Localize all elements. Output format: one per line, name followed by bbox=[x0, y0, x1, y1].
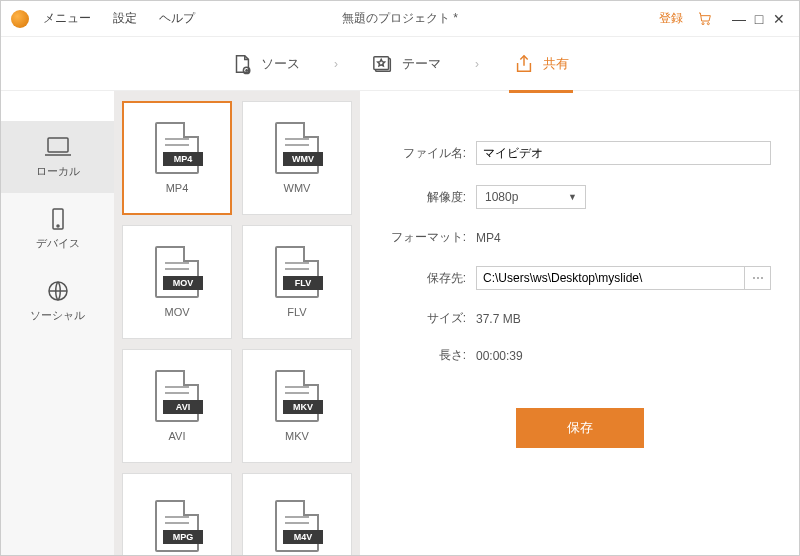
format-card-mkv[interactable]: MKVMKV bbox=[242, 349, 352, 463]
format-badge: MKV bbox=[283, 400, 323, 414]
menu-menu[interactable]: メニュー bbox=[43, 10, 91, 27]
format-label: MKV bbox=[285, 430, 309, 442]
menu-settings[interactable]: 設定 bbox=[113, 10, 137, 27]
sidebar-item-social[interactable]: ソーシャル bbox=[1, 265, 114, 337]
format-badge: AVI bbox=[163, 400, 203, 414]
theme-icon bbox=[372, 53, 394, 75]
step-tabs: ソース › テーマ › 共有 bbox=[1, 37, 799, 91]
savepath-label: 保存先: bbox=[388, 270, 466, 287]
cart-icon[interactable] bbox=[697, 11, 713, 27]
svg-point-0 bbox=[702, 22, 704, 24]
source-icon bbox=[231, 53, 253, 75]
format-value: MP4 bbox=[476, 231, 501, 245]
svg-point-1 bbox=[707, 22, 709, 24]
format-card-m4v[interactable]: M4V bbox=[242, 473, 352, 556]
device-icon bbox=[44, 208, 72, 230]
sidebar-item-device[interactable]: デバイス bbox=[1, 193, 114, 265]
format-label: FLV bbox=[287, 306, 306, 318]
length-label: 長さ: bbox=[388, 347, 466, 364]
laptop-icon bbox=[44, 136, 72, 158]
tab-share[interactable]: 共有 bbox=[509, 53, 573, 75]
size-value: 37.7 MB bbox=[476, 312, 521, 326]
file-icon: MOV bbox=[155, 246, 199, 298]
resolution-value: 1080p bbox=[485, 190, 518, 204]
tab-source[interactable]: ソース bbox=[227, 53, 304, 75]
sidebar-blank bbox=[1, 91, 114, 121]
format-card-wmv[interactable]: WMVWMV bbox=[242, 101, 352, 215]
filename-label: ファイル名: bbox=[388, 145, 466, 162]
chevron-down-icon: ▼ bbox=[568, 192, 577, 202]
share-icon bbox=[513, 53, 535, 75]
app-icon bbox=[11, 10, 29, 28]
menu-help[interactable]: ヘルプ bbox=[159, 10, 195, 27]
format-card-mp4[interactable]: MP4MP4 bbox=[122, 101, 232, 215]
sidebar-local-label: ローカル bbox=[36, 164, 80, 179]
format-badge: FLV bbox=[283, 276, 323, 290]
file-icon: FLV bbox=[275, 246, 319, 298]
register-link[interactable]: 登録 bbox=[659, 10, 683, 27]
sidebar-social-label: ソーシャル bbox=[30, 308, 85, 323]
chevron-right-icon: › bbox=[334, 57, 338, 71]
minimize-button[interactable]: — bbox=[729, 11, 749, 27]
maximize-button[interactable]: □ bbox=[749, 11, 769, 27]
format-badge: M4V bbox=[283, 530, 323, 544]
format-badge: WMV bbox=[283, 152, 323, 166]
svg-rect-6 bbox=[53, 209, 63, 229]
size-label: サイズ: bbox=[388, 310, 466, 327]
length-value: 00:00:39 bbox=[476, 349, 523, 363]
format-label: MP4 bbox=[166, 182, 189, 194]
format-grid[interactable]: MP4MP4WMVWMVMOVMOVFLVFLVAVIAVIMKVMKVMPGM… bbox=[114, 91, 360, 556]
close-button[interactable]: ✕ bbox=[769, 11, 789, 27]
svg-rect-5 bbox=[48, 138, 68, 152]
window-title: 無題のプロジェクト * bbox=[342, 10, 458, 27]
format-label: フォーマット: bbox=[388, 229, 466, 246]
file-icon: M4V bbox=[275, 500, 319, 552]
tab-theme-label: テーマ bbox=[402, 55, 441, 73]
file-icon: WMV bbox=[275, 122, 319, 174]
chevron-right-icon: › bbox=[475, 57, 479, 71]
format-label: AVI bbox=[169, 430, 186, 442]
file-icon: MPG bbox=[155, 500, 199, 552]
tab-source-label: ソース bbox=[261, 55, 300, 73]
tab-share-label: 共有 bbox=[543, 55, 569, 73]
main-area: ローカル デバイス ソーシャル MP4MP4WMVWMVMOVMOVFLVFLV… bbox=[1, 91, 799, 556]
browse-button[interactable]: ⋯ bbox=[745, 266, 771, 290]
file-icon: MKV bbox=[275, 370, 319, 422]
titlebar: メニュー 設定 ヘルプ 無題のプロジェクト * 登録 — □ ✕ bbox=[1, 1, 799, 37]
sidebar-device-label: デバイス bbox=[36, 236, 80, 251]
format-badge: MPG bbox=[163, 530, 203, 544]
save-button[interactable]: 保存 bbox=[516, 408, 644, 448]
format-card-mpg[interactable]: MPG bbox=[122, 473, 232, 556]
format-badge: MOV bbox=[163, 276, 203, 290]
format-badge: MP4 bbox=[163, 152, 203, 166]
globe-icon bbox=[44, 280, 72, 302]
tab-theme[interactable]: テーマ bbox=[368, 53, 445, 75]
savepath-input[interactable] bbox=[476, 266, 745, 290]
format-card-avi[interactable]: AVIAVI bbox=[122, 349, 232, 463]
export-panel: ファイル名: 解像度: 1080p ▼ フォーマット: MP4 保存先: ⋯ サ… bbox=[360, 91, 799, 556]
file-icon: AVI bbox=[155, 370, 199, 422]
svg-point-7 bbox=[57, 225, 59, 227]
filename-input[interactable] bbox=[476, 141, 771, 165]
sidebar-item-local[interactable]: ローカル bbox=[1, 121, 114, 193]
resolution-label: 解像度: bbox=[388, 189, 466, 206]
format-label: WMV bbox=[284, 182, 311, 194]
resolution-select[interactable]: 1080p ▼ bbox=[476, 185, 586, 209]
format-card-mov[interactable]: MOVMOV bbox=[122, 225, 232, 339]
file-icon: MP4 bbox=[155, 122, 199, 174]
format-card-flv[interactable]: FLVFLV bbox=[242, 225, 352, 339]
sidebar: ローカル デバイス ソーシャル bbox=[1, 91, 114, 556]
format-label: MOV bbox=[164, 306, 189, 318]
